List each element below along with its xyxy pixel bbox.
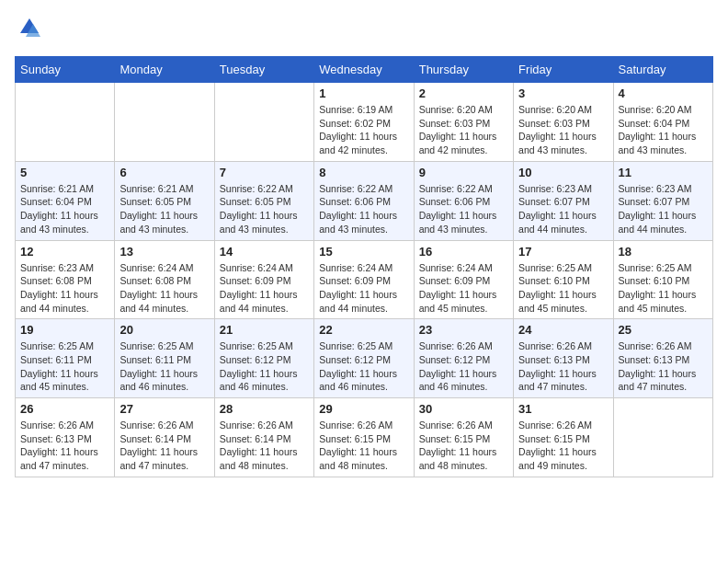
day-cell: 12Sunrise: 6:23 AMSunset: 6:08 PMDayligh… bbox=[16, 240, 115, 319]
day-cell: 27Sunrise: 6:26 AMSunset: 6:14 PMDayligh… bbox=[115, 398, 214, 477]
day-cell bbox=[115, 83, 214, 162]
day-cell: 19Sunrise: 6:25 AMSunset: 6:11 PMDayligh… bbox=[16, 319, 115, 398]
day-info: Sunrise: 6:24 AMSunset: 6:09 PMDaylight:… bbox=[419, 261, 508, 316]
day-cell: 14Sunrise: 6:24 AMSunset: 6:09 PMDayligh… bbox=[214, 240, 313, 319]
day-number: 10 bbox=[518, 166, 608, 179]
day-cell: 15Sunrise: 6:24 AMSunset: 6:09 PMDayligh… bbox=[314, 240, 414, 319]
day-info: Sunrise: 6:25 AMSunset: 6:12 PMDaylight:… bbox=[319, 339, 408, 394]
header-thursday: Thursday bbox=[414, 57, 513, 83]
day-info: Sunrise: 6:22 AMSunset: 6:06 PMDaylight:… bbox=[319, 182, 408, 236]
day-number: 9 bbox=[419, 166, 508, 179]
day-cell: 10Sunrise: 6:23 AMSunset: 6:07 PMDayligh… bbox=[514, 161, 613, 240]
day-info: Sunrise: 6:26 AMSunset: 6:13 PMDaylight:… bbox=[518, 339, 608, 394]
day-number: 4 bbox=[619, 86, 708, 100]
day-number: 20 bbox=[119, 323, 209, 337]
day-number: 8 bbox=[319, 166, 408, 179]
page-header bbox=[15, 15, 713, 45]
day-cell: 8Sunrise: 6:22 AMSunset: 6:06 PMDaylight… bbox=[314, 161, 414, 240]
day-number: 16 bbox=[419, 245, 508, 259]
day-cell: 4Sunrise: 6:20 AMSunset: 6:04 PMDaylight… bbox=[613, 83, 712, 162]
day-cell bbox=[214, 83, 313, 162]
day-cell: 7Sunrise: 6:22 AMSunset: 6:05 PMDaylight… bbox=[214, 161, 313, 240]
header-saturday: Saturday bbox=[613, 57, 712, 83]
day-number: 1 bbox=[319, 86, 408, 100]
day-cell: 23Sunrise: 6:26 AMSunset: 6:12 PMDayligh… bbox=[414, 319, 513, 398]
day-cell: 24Sunrise: 6:26 AMSunset: 6:13 PMDayligh… bbox=[514, 319, 613, 398]
day-info: Sunrise: 6:19 AMSunset: 6:02 PMDaylight:… bbox=[319, 103, 408, 157]
day-info: Sunrise: 6:26 AMSunset: 6:13 PMDaylight:… bbox=[619, 339, 708, 394]
day-number: 12 bbox=[20, 245, 109, 259]
week-row-5: 26Sunrise: 6:26 AMSunset: 6:13 PMDayligh… bbox=[16, 398, 713, 477]
day-number: 2 bbox=[419, 86, 508, 100]
day-number: 7 bbox=[220, 166, 309, 179]
day-number: 6 bbox=[119, 166, 209, 179]
day-cell: 20Sunrise: 6:25 AMSunset: 6:11 PMDayligh… bbox=[115, 319, 214, 398]
day-info: Sunrise: 6:25 AMSunset: 6:11 PMDaylight:… bbox=[20, 339, 109, 394]
day-info: Sunrise: 6:26 AMSunset: 6:15 PMDaylight:… bbox=[319, 419, 408, 473]
day-info: Sunrise: 6:20 AMSunset: 6:04 PMDaylight:… bbox=[619, 103, 708, 157]
day-cell: 26Sunrise: 6:26 AMSunset: 6:13 PMDayligh… bbox=[16, 398, 115, 477]
day-info: Sunrise: 6:25 AMSunset: 6:10 PMDaylight:… bbox=[518, 261, 608, 316]
day-number: 27 bbox=[119, 402, 209, 416]
week-row-2: 5Sunrise: 6:21 AMSunset: 6:04 PMDaylight… bbox=[16, 161, 713, 240]
day-number: 3 bbox=[518, 86, 608, 100]
day-info: Sunrise: 6:21 AMSunset: 6:05 PMDaylight:… bbox=[119, 182, 209, 236]
day-cell: 29Sunrise: 6:26 AMSunset: 6:15 PMDayligh… bbox=[314, 398, 414, 477]
day-info: Sunrise: 6:24 AMSunset: 6:09 PMDaylight:… bbox=[319, 261, 408, 316]
day-number: 18 bbox=[619, 245, 708, 259]
day-cell: 9Sunrise: 6:22 AMSunset: 6:06 PMDaylight… bbox=[414, 161, 513, 240]
day-info: Sunrise: 6:25 AMSunset: 6:11 PMDaylight:… bbox=[119, 339, 209, 394]
day-number: 15 bbox=[319, 245, 408, 259]
day-number: 19 bbox=[20, 323, 109, 337]
day-info: Sunrise: 6:26 AMSunset: 6:14 PMDaylight:… bbox=[119, 419, 209, 473]
week-row-4: 19Sunrise: 6:25 AMSunset: 6:11 PMDayligh… bbox=[16, 319, 713, 398]
day-info: Sunrise: 6:23 AMSunset: 6:08 PMDaylight:… bbox=[20, 261, 109, 316]
day-cell: 28Sunrise: 6:26 AMSunset: 6:14 PMDayligh… bbox=[214, 398, 313, 477]
day-number: 23 bbox=[419, 323, 508, 337]
day-cell: 1Sunrise: 6:19 AMSunset: 6:02 PMDaylight… bbox=[314, 83, 414, 162]
day-info: Sunrise: 6:25 AMSunset: 6:10 PMDaylight:… bbox=[619, 261, 708, 316]
day-cell: 16Sunrise: 6:24 AMSunset: 6:09 PMDayligh… bbox=[414, 240, 513, 319]
calendar-table: SundayMondayTuesdayWednesdayThursdayFrid… bbox=[15, 56, 713, 477]
day-info: Sunrise: 6:26 AMSunset: 6:15 PMDaylight:… bbox=[518, 419, 608, 473]
day-info: Sunrise: 6:25 AMSunset: 6:12 PMDaylight:… bbox=[220, 339, 309, 394]
day-number: 31 bbox=[518, 402, 608, 416]
day-info: Sunrise: 6:24 AMSunset: 6:09 PMDaylight:… bbox=[220, 261, 309, 316]
day-number: 24 bbox=[518, 323, 608, 337]
day-info: Sunrise: 6:26 AMSunset: 6:13 PMDaylight:… bbox=[20, 419, 109, 473]
day-cell: 3Sunrise: 6:20 AMSunset: 6:03 PMDaylight… bbox=[514, 83, 613, 162]
day-cell: 21Sunrise: 6:25 AMSunset: 6:12 PMDayligh… bbox=[214, 319, 313, 398]
day-cell: 17Sunrise: 6:25 AMSunset: 6:10 PMDayligh… bbox=[514, 240, 613, 319]
day-number: 21 bbox=[220, 323, 309, 337]
day-cell: 2Sunrise: 6:20 AMSunset: 6:03 PMDaylight… bbox=[414, 83, 513, 162]
day-number: 28 bbox=[220, 402, 309, 416]
day-number: 5 bbox=[20, 166, 109, 179]
day-number: 29 bbox=[319, 402, 408, 416]
day-info: Sunrise: 6:26 AMSunset: 6:14 PMDaylight:… bbox=[220, 419, 309, 473]
logo-icon bbox=[17, 15, 42, 40]
header-row: SundayMondayTuesdayWednesdayThursdayFrid… bbox=[16, 57, 713, 83]
header-friday: Friday bbox=[514, 57, 613, 83]
week-row-3: 12Sunrise: 6:23 AMSunset: 6:08 PMDayligh… bbox=[16, 240, 713, 319]
day-number: 25 bbox=[619, 323, 708, 337]
day-number: 30 bbox=[419, 402, 508, 416]
day-info: Sunrise: 6:21 AMSunset: 6:04 PMDaylight:… bbox=[20, 182, 109, 236]
day-info: Sunrise: 6:23 AMSunset: 6:07 PMDaylight:… bbox=[518, 182, 608, 236]
day-cell: 5Sunrise: 6:21 AMSunset: 6:04 PMDaylight… bbox=[16, 161, 115, 240]
header-wednesday: Wednesday bbox=[314, 57, 414, 83]
week-row-1: 1Sunrise: 6:19 AMSunset: 6:02 PMDaylight… bbox=[16, 83, 713, 162]
day-cell: 11Sunrise: 6:23 AMSunset: 6:07 PMDayligh… bbox=[613, 161, 712, 240]
day-info: Sunrise: 6:24 AMSunset: 6:08 PMDaylight:… bbox=[119, 261, 209, 316]
day-info: Sunrise: 6:20 AMSunset: 6:03 PMDaylight:… bbox=[518, 103, 608, 157]
day-info: Sunrise: 6:23 AMSunset: 6:07 PMDaylight:… bbox=[619, 182, 708, 236]
day-cell: 22Sunrise: 6:25 AMSunset: 6:12 PMDayligh… bbox=[314, 319, 414, 398]
day-info: Sunrise: 6:20 AMSunset: 6:03 PMDaylight:… bbox=[419, 103, 508, 157]
day-info: Sunrise: 6:22 AMSunset: 6:05 PMDaylight:… bbox=[220, 182, 309, 236]
day-info: Sunrise: 6:26 AMSunset: 6:12 PMDaylight:… bbox=[419, 339, 508, 394]
header-sunday: Sunday bbox=[16, 57, 115, 83]
day-number: 26 bbox=[20, 402, 109, 416]
day-cell: 18Sunrise: 6:25 AMSunset: 6:10 PMDayligh… bbox=[613, 240, 712, 319]
day-cell: 6Sunrise: 6:21 AMSunset: 6:05 PMDaylight… bbox=[115, 161, 214, 240]
day-number: 13 bbox=[119, 245, 209, 259]
day-cell bbox=[16, 83, 115, 162]
